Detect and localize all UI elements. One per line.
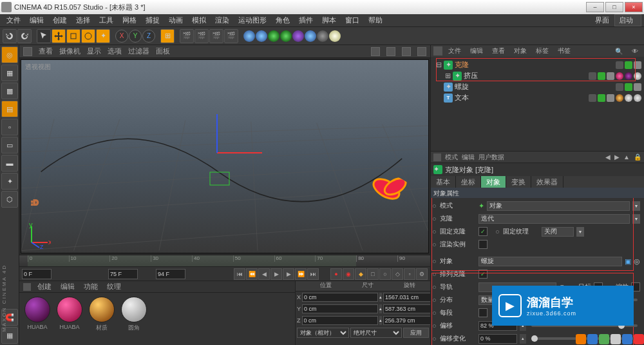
tree-row[interactable]: T文本 <box>433 92 641 103</box>
spline-pen[interactable] <box>256 30 267 42</box>
redo-button[interactable] <box>17 29 32 43</box>
am-menu-icon[interactable] <box>433 153 441 161</box>
tree-row[interactable]: ⊟✦克隆 <box>433 59 641 70</box>
make-editable[interactable]: ◎ <box>1 46 18 63</box>
workplane-mode[interactable]: ▤ <box>1 101 18 117</box>
deformer[interactable] <box>292 30 304 42</box>
am-subtab-object[interactable]: 对象 <box>481 176 506 188</box>
key-scale[interactable]: □ <box>367 268 379 280</box>
material-item[interactable]: 材质 <box>88 297 116 332</box>
object-tree[interactable]: ⊟✦克隆⊞✦挤压✦螺旋T文本 <box>431 57 644 151</box>
prev-key[interactable]: ⏪ <box>246 268 258 280</box>
coord-mode2[interactable]: 绝对尺寸 <box>350 328 402 338</box>
material-item[interactable]: HUABA <box>23 297 52 330</box>
last-tool[interactable]: ✦ <box>96 29 110 43</box>
key-pos[interactable]: ◆ <box>355 268 366 280</box>
offvar-field[interactable] <box>478 334 517 344</box>
vp-panel[interactable]: 面板 <box>156 46 170 56</box>
select-tool[interactable] <box>37 29 51 43</box>
vp-menu-icon[interactable] <box>23 47 32 56</box>
om-tab-file[interactable]: 文件 <box>445 46 464 56</box>
om-search-icon[interactable]: 🔍 <box>612 47 626 55</box>
pos-Z[interactable] <box>302 316 378 325</box>
rotate-tool[interactable] <box>81 29 95 43</box>
prev-frame[interactable]: ◀ <box>258 268 270 280</box>
render-region[interactable]: 🎬 <box>194 29 209 43</box>
menu-edit[interactable]: 编辑 <box>26 14 48 26</box>
menu-script[interactable]: 脚本 <box>318 14 340 26</box>
next-key[interactable]: ⏩ <box>295 268 307 280</box>
menu-mograph[interactable]: 运动图形 <box>234 14 270 26</box>
om-tab-view[interactable]: 查看 <box>489 46 508 56</box>
z-axis-lock[interactable]: Z <box>142 30 155 43</box>
am-tab-edit[interactable]: 编辑 <box>462 153 475 162</box>
tree-row[interactable]: ✦螺旋 <box>433 81 641 92</box>
close-button[interactable]: × <box>625 2 643 12</box>
om-filter-icon[interactable]: 👁 <box>629 47 641 55</box>
next-frame[interactable]: ▶ <box>283 268 294 280</box>
mat-tab-edit[interactable]: 编辑 <box>58 281 77 292</box>
render-pv[interactable]: 🎬 <box>209 29 223 43</box>
generator-nurbs[interactable] <box>268 30 279 42</box>
y-axis-lock[interactable]: Y <box>129 30 142 43</box>
am-subtab-transform[interactable]: 变换 <box>506 176 531 188</box>
coord-apply[interactable]: 应用 <box>403 328 429 338</box>
am-subtab-effectors[interactable]: 效果器 <box>531 176 564 188</box>
am-subtab-basic[interactable]: 基本 <box>431 176 456 188</box>
om-tab-tags[interactable]: 标签 <box>533 46 552 56</box>
layout-dropdown[interactable]: 启动 <box>614 14 641 26</box>
render-settings[interactable]: 🎬 <box>224 29 238 43</box>
tweak-mode[interactable]: ⬡ <box>1 191 18 208</box>
coord-system[interactable]: ⊞ <box>160 29 175 43</box>
model-mode[interactable]: ▦ <box>1 64 18 81</box>
menu-help[interactable]: 帮助 <box>365 14 386 26</box>
axis-mode[interactable]: ✦ <box>1 173 18 190</box>
instance-checkbox[interactable] <box>478 240 488 249</box>
minimize-button[interactable]: – <box>586 2 604 12</box>
mat-tab-create[interactable]: 创建 <box>35 281 54 292</box>
vp-nav-3[interactable] <box>402 47 411 56</box>
edge-mode[interactable]: ▭ <box>1 137 18 153</box>
key-param[interactable]: ◇ <box>392 268 403 280</box>
fixtex-dropdown[interactable]: 关闭 <box>542 227 574 237</box>
vp-nav-1[interactable] <box>371 47 380 56</box>
menu-tools[interactable]: 工具 <box>95 14 117 26</box>
am-nav-back[interactable]: ◀ <box>605 153 611 161</box>
menu-window[interactable]: 窗口 <box>341 14 363 26</box>
vp-options[interactable]: 选项 <box>108 46 122 56</box>
move-tool[interactable] <box>52 29 66 43</box>
menu-plugins[interactable]: 插件 <box>295 14 317 26</box>
vp-nav-4[interactable] <box>417 47 426 56</box>
om-tab-objects[interactable]: 对象 <box>511 46 530 56</box>
timeline-end[interactable]: 75 F <box>108 269 138 279</box>
clone-dropdown[interactable]: 迭代 <box>478 214 630 224</box>
menu-simulate[interactable]: 模拟 <box>188 14 210 26</box>
am-subtab-coord[interactable]: 坐标 <box>456 176 481 188</box>
goto-end[interactable]: ⏭ <box>307 268 319 280</box>
coord-mode1[interactable]: 对象（相对） <box>297 328 349 338</box>
am-nav-up[interactable]: ▲ <box>623 153 630 161</box>
vp-view[interactable]: 查看 <box>39 46 53 56</box>
vp-camera[interactable]: 摄像机 <box>59 46 80 56</box>
om-tab-edit[interactable]: 编辑 <box>467 46 486 56</box>
am-tab-userdata[interactable]: 用户数据 <box>478 153 504 162</box>
record-key[interactable]: ● <box>330 268 342 280</box>
timeline-ruler[interactable]: 0 10 20 30 40 50 60 70 80 90 <box>19 255 430 267</box>
picker-icon[interactable]: ◎ <box>634 257 640 266</box>
mat-menu-icon[interactable] <box>23 283 31 291</box>
timeline-range[interactable] <box>28 255 356 266</box>
menu-mesh[interactable]: 网格 <box>118 14 140 26</box>
pos-Y[interactable] <box>302 304 378 313</box>
fixclone-checkbox[interactable]: ✓ <box>478 227 488 236</box>
tree-row[interactable]: ⊞✦挤压 <box>433 70 641 81</box>
timeline-current[interactable]: 94 F <box>156 269 185 279</box>
om-tab-bookmarks[interactable]: 书签 <box>554 46 574 56</box>
am-tab-mode[interactable]: 模式 <box>445 153 458 162</box>
mat-tab-texture[interactable]: 纹理 <box>104 281 124 292</box>
generator-array[interactable] <box>280 30 292 42</box>
polygon-mode[interactable]: ▬ <box>1 155 18 172</box>
menu-create[interactable]: 创建 <box>49 14 71 26</box>
undo-button[interactable] <box>3 29 17 43</box>
om-menu-icon[interactable] <box>433 46 442 55</box>
mat-tab-function[interactable]: 功能 <box>81 281 100 292</box>
